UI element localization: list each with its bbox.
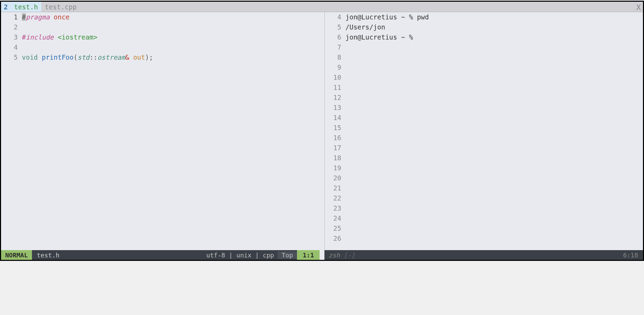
terminal-line[interactable] (346, 93, 643, 103)
line-number: 11 (325, 83, 341, 93)
line-number: 18 (325, 153, 341, 163)
code-line[interactable] (22, 22, 320, 32)
terminal-line[interactable]: jon@Lucretius ~ % pwd (346, 12, 643, 22)
terminal-line[interactable] (346, 123, 643, 133)
terminal-line[interactable] (346, 203, 643, 213)
tab-bar: 2 test.h test.cpp X (1, 2, 643, 12)
terminal-line[interactable] (346, 73, 643, 83)
terminal-line[interactable] (346, 83, 643, 93)
status-process: zsh [-] (324, 252, 359, 259)
terminal-line[interactable] (346, 163, 643, 173)
terminal-line[interactable] (346, 52, 643, 62)
terminal-line[interactable] (346, 42, 643, 52)
line-number: 4 (1, 42, 18, 52)
line-number: 20 (325, 173, 341, 183)
pane-divider[interactable] (320, 12, 324, 250)
line-number: 24 (325, 213, 341, 223)
status-filename: test.h (32, 252, 64, 259)
terminal-line[interactable] (346, 213, 643, 223)
main-split: 12345 #pragma once#include <iostream>voi… (1, 12, 643, 250)
status-left: NORMAL test.h utf-8 | unix | cpp Top 1:1 (1, 250, 320, 260)
terminal-line[interactable] (346, 153, 643, 163)
close-icon[interactable]: X (634, 2, 643, 13)
terminal-line[interactable] (346, 113, 643, 123)
line-number: 3 (1, 32, 18, 42)
line-number: 13 (325, 103, 341, 113)
line-number: 8 (325, 52, 341, 62)
status-cursor-pos: 1:1 (297, 250, 320, 260)
code-line[interactable] (22, 42, 320, 52)
line-number: 12 (325, 93, 341, 103)
terminal-line[interactable] (346, 233, 643, 244)
line-number: 9 (325, 62, 341, 73)
left-code-area[interactable]: #pragma once#include <iostream>void prin… (22, 12, 320, 250)
line-number: 6 (325, 32, 341, 42)
status-right-pos: 6:18 (618, 252, 643, 259)
line-number: 5 (1, 52, 18, 62)
status-scroll: Top (278, 252, 297, 259)
right-terminal-area[interactable]: jon@Lucretius ~ % pwd/Users/jonjon@Lucre… (346, 12, 643, 250)
vim-mode: NORMAL (1, 250, 32, 260)
status-fileinfo: utf-8 | unix | cpp (206, 252, 278, 259)
line-number: 16 (325, 133, 341, 143)
line-number: 5 (325, 22, 341, 32)
line-number: 21 (325, 183, 341, 193)
line-number: 10 (325, 73, 341, 83)
left-gutter: 12345 (1, 12, 22, 250)
right-gutter: 4567891011121314151617181920212223242526 (325, 12, 346, 250)
terminal-line[interactable] (346, 62, 643, 73)
terminal-line[interactable] (346, 183, 643, 193)
terminal-line[interactable] (346, 193, 643, 203)
line-number: 26 (325, 233, 341, 244)
terminal-line[interactable] (346, 133, 643, 143)
line-number: 14 (325, 113, 341, 123)
status-right: zsh [-] 6:18 (324, 250, 643, 260)
line-number: 2 (1, 22, 18, 32)
terminal-line[interactable] (346, 173, 643, 183)
tab-index: 2 (1, 2, 10, 12)
terminal-line[interactable] (346, 143, 643, 153)
terminal-line[interactable]: /Users/jon (346, 22, 643, 32)
line-number: 1 (1, 12, 18, 22)
line-number: 15 (325, 123, 341, 133)
terminal-line[interactable] (346, 223, 643, 233)
tab-active[interactable]: test.h (10, 2, 41, 12)
left-editor-pane[interactable]: 12345 #pragma once#include <iostream>voi… (1, 12, 320, 250)
terminal-line[interactable] (346, 103, 643, 113)
right-terminal-pane[interactable]: 4567891011121314151617181920212223242526… (324, 12, 643, 250)
line-number: 22 (325, 193, 341, 203)
line-number: 25 (325, 223, 341, 233)
code-line[interactable]: #pragma once (22, 12, 320, 22)
line-number: 19 (325, 163, 341, 173)
line-number: 7 (325, 42, 341, 52)
terminal-line[interactable]: jon@Lucretius ~ % (346, 32, 643, 42)
line-number: 23 (325, 203, 341, 213)
line-number: 17 (325, 143, 341, 153)
editor-window: 2 test.h test.cpp X 12345 #pragma once#i… (0, 1, 644, 261)
tab-inactive[interactable]: test.cpp (41, 2, 80, 12)
status-bar: NORMAL test.h utf-8 | unix | cpp Top 1:1… (1, 250, 643, 260)
code-line[interactable]: #include <iostream> (22, 32, 320, 42)
line-number: 4 (325, 12, 341, 22)
code-line[interactable]: void printFoo(std::ostream& out); (22, 52, 320, 62)
